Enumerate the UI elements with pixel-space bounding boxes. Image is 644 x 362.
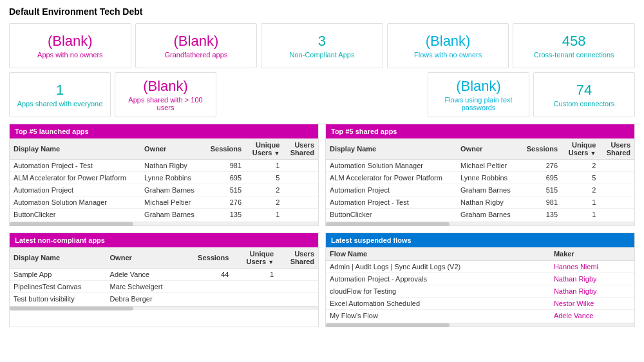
- top5-shared-table: Display Name Owner Sessions UniqueUsers …: [326, 138, 634, 220]
- cell-shared: [283, 209, 318, 221]
- metric-label-cross-tenant: Cross-tenant connections: [534, 51, 614, 59]
- cell-shared: [600, 196, 634, 209]
- metric-card-shared-everyone[interactable]: 1 Apps shared with everyone: [9, 72, 111, 117]
- cell-owner: Debra Berger: [106, 293, 184, 305]
- table-row: cloudFlow for Testing Nathan Rigby: [326, 285, 634, 298]
- metric-label-non-compliant: Non-Compliant Apps: [290, 51, 355, 59]
- cell-name: Automation Solution Manager: [10, 196, 140, 209]
- sort-icon-nc: ▼: [268, 259, 274, 265]
- cell-name: ALM Accelerator for Power Platform: [326, 172, 457, 184]
- cell-owner: Marc Schweigert: [106, 281, 184, 293]
- col-unique-users: UniqueUsers ▼: [245, 138, 283, 160]
- non-compliant-header: Latest non-compliant apps: [10, 233, 318, 247]
- cell-owner: Michael Peltier: [457, 160, 519, 172]
- metric-label-custom-connectors: Custom connectors: [554, 100, 615, 108]
- cell-shared: [600, 160, 634, 172]
- scrollbar-thumb-launched: [10, 222, 133, 226]
- cell-maker: Nathan Rigby: [550, 273, 634, 285]
- cell-maker: Adele Vance: [550, 310, 634, 322]
- metric-label-shared-100: Apps shared with > 100 users: [122, 96, 209, 111]
- cell-sessions: 44: [183, 269, 232, 281]
- col-sessions-s: Sessions: [520, 138, 562, 160]
- suspended-flows-table: Flow Name Maker Admin | Audit Logs | Syn…: [326, 247, 634, 321]
- cell-name: Automation Project - Test: [10, 160, 140, 172]
- metric-label-shared-everyone: Apps shared with everyone: [17, 100, 103, 108]
- bottom-tables-area: Latest non-compliant apps Display Name O…: [9, 233, 635, 327]
- metric-card-cross-tenant[interactable]: 458 Cross-tenant connections: [513, 23, 635, 68]
- cell-owner: Michael Peltier: [140, 196, 203, 209]
- col-maker: Maker: [550, 247, 634, 261]
- table-row: Test button visibility Debra Berger: [10, 293, 318, 305]
- cell-owner: Nathan Rigby: [140, 160, 203, 172]
- cell-name: ButtonClicker: [326, 209, 457, 221]
- table-row: Automation Project - Test Nathan Rigby 9…: [10, 160, 318, 172]
- cell-flow-name: Admin | Audit Logs | Sync Audit Logs (V2…: [326, 261, 550, 273]
- cell-unique: 5: [562, 172, 600, 184]
- metric-spacer: [220, 72, 424, 117]
- cell-owner: Graham Barnes: [140, 209, 203, 221]
- cell-unique: 1: [562, 209, 600, 221]
- metric-value-shared-everyone: 1: [56, 82, 64, 99]
- cell-flow-name: cloudFlow for Testing: [326, 285, 550, 298]
- col-display-name-nc: Display Name: [10, 247, 106, 269]
- cell-maker: Nestor Wilke: [550, 298, 634, 310]
- cell-sessions: [183, 293, 232, 305]
- suspended-flows-header: Latest suspended flows: [326, 233, 634, 247]
- cell-name: Automation Project: [326, 184, 457, 196]
- cell-sessions: 276: [204, 196, 246, 209]
- cell-sessions: 695: [204, 172, 246, 184]
- table-row: Admin | Audit Logs | Sync Audit Logs (V2…: [326, 261, 634, 273]
- table-row: Automation Solution Manager Michael Pelt…: [326, 160, 634, 172]
- scrollbar-nc[interactable]: [10, 306, 318, 310]
- cell-unique: 5: [245, 172, 283, 184]
- scrollbar-sf[interactable]: [326, 323, 634, 327]
- cell-unique: 1: [245, 209, 283, 221]
- cell-owner: Graham Barnes: [457, 209, 519, 221]
- scrollbar-launched[interactable]: [10, 222, 318, 225]
- col-owner-s: Owner: [457, 138, 519, 160]
- metric-card-grandfathered[interactable]: (Blank) Grandfathered apps: [135, 23, 258, 68]
- metric-value-shared-100: (Blank): [143, 78, 188, 95]
- sort-icon-s: ▼: [590, 150, 596, 157]
- table-row: Sample App Adele Vance 44 1: [10, 269, 318, 281]
- suspended-flows-body: Admin | Audit Logs | Sync Audit Logs (V2…: [326, 261, 634, 322]
- non-compliant-table: Display Name Owner Sessions UniqueUsers …: [10, 247, 318, 305]
- metric-card-plain-text[interactable]: (Blank) Flows using plain text passwords: [428, 72, 529, 117]
- metric-card-shared-100[interactable]: (Blank) Apps shared with > 100 users: [115, 72, 216, 117]
- cell-owner: Graham Barnes: [140, 184, 203, 196]
- metric-card-flows-no-owners[interactable]: (Blank) Flows with no owners: [387, 23, 509, 68]
- metric-value-flows-no-owners: (Blank): [426, 33, 471, 50]
- metric-card-non-compliant[interactable]: 3 Non-Compliant Apps: [261, 23, 383, 68]
- cell-shared: [283, 160, 318, 172]
- cell-sessions: 981: [204, 160, 246, 172]
- cell-owner: Nathan Rigby: [457, 196, 519, 209]
- cell-unique: 2: [245, 196, 283, 209]
- table-row: Automation Project Graham Barnes 515 2: [326, 184, 634, 196]
- cell-shared: [600, 184, 634, 196]
- metric-value-non-compliant: 3: [318, 33, 326, 50]
- table-row: ALM Accelerator for Power Platform Lynne…: [326, 172, 634, 184]
- metric-card-custom-connectors[interactable]: 74 Custom connectors: [533, 72, 635, 117]
- metric-label-grandfathered: Grandfathered apps: [164, 51, 227, 59]
- top5-shared-header: Top #5 shared apps: [326, 124, 634, 138]
- sort-icon: ▼: [274, 150, 279, 157]
- top5-launched-thead-row: Display Name Owner Sessions UniqueUsers …: [10, 138, 318, 160]
- top5-launched-table: Display Name Owner Sessions UniqueUsers …: [10, 138, 318, 220]
- col-display-name-s: Display Name: [326, 138, 457, 160]
- table-row: ALM Accelerator for Power Platform Lynne…: [10, 172, 318, 184]
- cell-shared: [283, 172, 318, 184]
- scrollbar-shared[interactable]: [326, 222, 634, 225]
- cell-maker: Hannes Niemi: [550, 261, 634, 273]
- table-row: My Flow's Flow Adele Vance: [326, 310, 634, 322]
- cell-name: Automation Solution Manager: [326, 160, 457, 172]
- metric-label-flows-no-owners: Flows with no owners: [414, 51, 482, 59]
- cell-unique: [232, 281, 278, 293]
- cell-shared: [278, 281, 318, 293]
- cell-maker: Nathan Rigby: [550, 285, 634, 298]
- cell-unique: 1: [245, 160, 283, 172]
- scrollbar-thumb-shared: [326, 222, 450, 226]
- cell-shared: [600, 172, 634, 184]
- metric-card-apps-no-owners[interactable]: (Blank) Apps with no owners: [9, 23, 131, 68]
- cell-shared: [600, 209, 634, 221]
- col-unique-users-nc: UniqueUsers ▼: [232, 247, 278, 269]
